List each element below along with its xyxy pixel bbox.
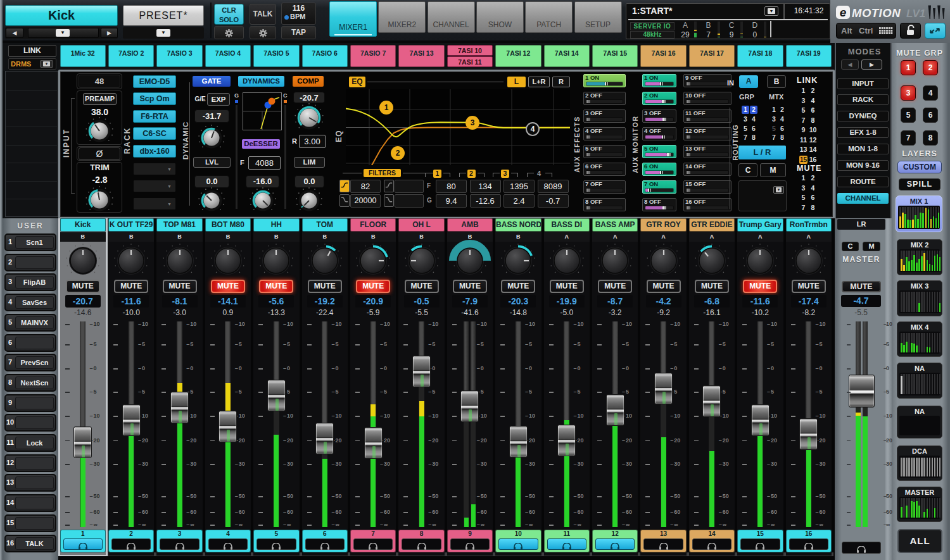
- svg-text:LV1: LV1: [906, 8, 925, 20]
- svg-text:MOTION: MOTION: [852, 6, 901, 20]
- svg-text:e: e: [840, 6, 847, 19]
